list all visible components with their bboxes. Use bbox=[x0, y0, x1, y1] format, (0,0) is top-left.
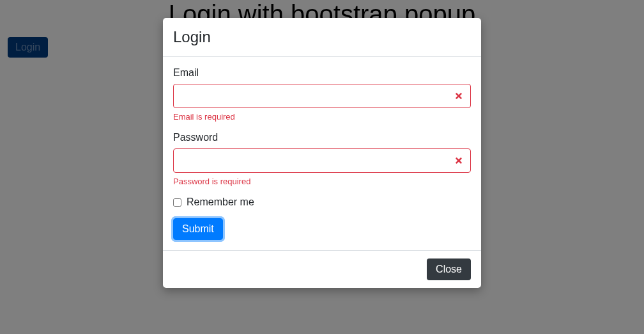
email-label: Email bbox=[173, 67, 471, 79]
password-group: Password Password is required bbox=[173, 132, 471, 186]
email-error: Email is required bbox=[173, 112, 471, 122]
login-modal: Login Email Email is required Password bbox=[163, 18, 481, 288]
password-field[interactable] bbox=[173, 148, 471, 173]
email-input-wrapper bbox=[173, 84, 471, 108]
submit-button[interactable]: Submit bbox=[173, 218, 223, 240]
password-input-wrapper bbox=[173, 148, 471, 173]
email-group: Email Email is required bbox=[173, 67, 471, 122]
modal-title: Login bbox=[173, 28, 471, 46]
close-button[interactable]: Close bbox=[427, 258, 471, 280]
email-field[interactable] bbox=[173, 84, 471, 108]
modal-header: Login bbox=[163, 18, 481, 57]
password-label: Password bbox=[173, 132, 471, 143]
login-form: Email Email is required Password bbox=[173, 67, 471, 240]
remember-group: Remember me bbox=[173, 196, 471, 208]
modal-footer: Close bbox=[163, 250, 481, 288]
remember-checkbox[interactable] bbox=[173, 198, 181, 207]
remember-label[interactable]: Remember me bbox=[187, 196, 254, 208]
password-error: Password is required bbox=[173, 177, 471, 186]
modal-body: Email Email is required Password bbox=[163, 57, 481, 250]
